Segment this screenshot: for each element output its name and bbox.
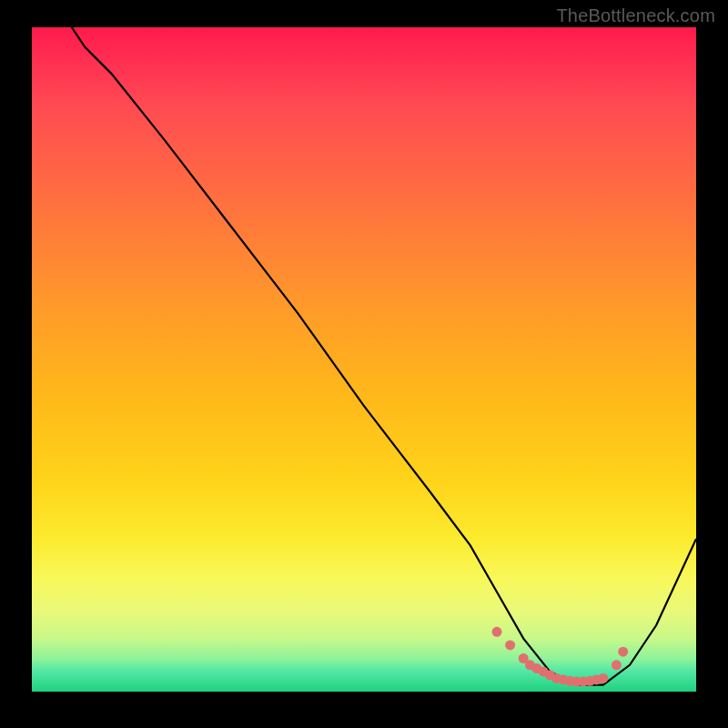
highlight-dot (618, 647, 628, 657)
chart-container: TheBottleneck.com (0, 0, 728, 728)
highlight-dot (505, 640, 515, 650)
plot-area (32, 27, 696, 692)
highlight-dot (612, 660, 622, 670)
highlight-dot (598, 673, 608, 683)
highlight-dot (492, 627, 502, 637)
bottleneck-curve (72, 27, 696, 685)
watermark-text: TheBottleneck.com (556, 5, 715, 26)
chart-svg (32, 27, 696, 692)
highlight-dots-group (492, 627, 629, 687)
